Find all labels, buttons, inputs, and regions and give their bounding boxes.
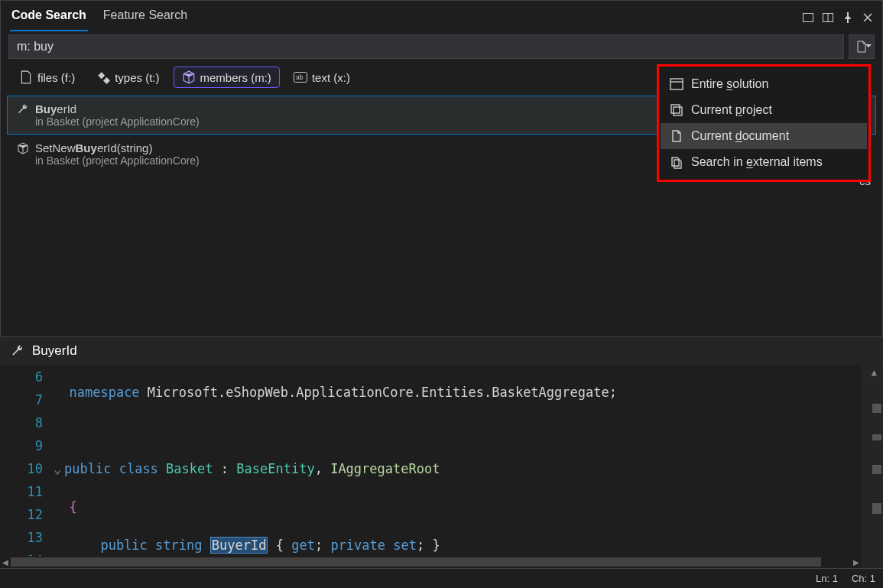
dock-split-icon[interactable] (820, 9, 836, 26)
scope-label: Current project (691, 103, 772, 117)
window-buttons (800, 9, 876, 26)
preview-title: BuyerId (32, 343, 77, 359)
svg-rect-8 (674, 107, 682, 115)
search-input[interactable] (8, 34, 844, 59)
wrench-icon (17, 103, 29, 115)
scroll-right-icon[interactable]: ▶ (851, 556, 862, 568)
filter-types[interactable]: types (t:) (89, 67, 167, 87)
scroll-left-icon[interactable]: ◀ (0, 556, 11, 568)
scope-current-project[interactable]: Current project (661, 97, 867, 123)
types-icon (96, 70, 110, 84)
pin-icon[interactable] (839, 9, 856, 26)
scope-current-document[interactable]: Current document (661, 123, 867, 149)
dock-as-tab-icon[interactable] (800, 9, 816, 26)
result-title-text: SetNewBuyerId(string) (35, 141, 152, 154)
document-icon (670, 129, 683, 143)
window-icon (670, 77, 683, 91)
search-row (1, 31, 882, 62)
tab-code-search[interactable]: Code Search (10, 4, 88, 31)
svg-text:ab: ab (296, 74, 304, 81)
minimap-marker (872, 503, 881, 514)
cube-icon (17, 142, 29, 154)
scrollbar-thumb[interactable] (11, 557, 821, 567)
horizontal-scrollbar[interactable]: ◀ ▶ (0, 556, 862, 568)
code-editor[interactable]: 6 7 8 9 10 11 12 13 14 namespace Microso… (0, 365, 883, 568)
preview-header: BuyerId (0, 336, 883, 365)
filter-members-label: members (m:) (200, 71, 271, 84)
wrench-icon (11, 344, 24, 358)
code-content: namespace Microsoft.eShopWeb.Application… (54, 365, 862, 568)
svg-rect-5 (670, 79, 683, 89)
result-title-text: BuyerId (35, 102, 76, 115)
scroll-up-icon[interactable]: ▲ (872, 367, 877, 378)
scope-dropdown-button[interactable] (849, 34, 875, 59)
scope-label: Entire solution (691, 77, 768, 91)
documents-icon (670, 155, 683, 169)
text-icon: ab (294, 70, 307, 84)
scope-label: Search in external items (691, 155, 823, 169)
minimap[interactable]: ▲ (862, 365, 883, 568)
filter-members[interactable]: members (m:) (174, 67, 280, 88)
status-bar: Ln: 1 Ch: 1 (0, 568, 883, 588)
filter-files[interactable]: files (f:) (11, 67, 83, 87)
line-gutter: 6 7 8 9 10 11 12 13 14 (0, 365, 54, 568)
cube-icon (182, 70, 196, 84)
file-icon (19, 70, 33, 84)
filter-text[interactable]: ab text (x:) (286, 67, 358, 87)
minimap-marker (872, 465, 881, 474)
tab-feature-search[interactable]: Feature Search (102, 4, 189, 31)
filter-files-label: files (f:) (37, 71, 75, 84)
titlebar: Code Search Feature Search (1, 1, 882, 31)
scope-external-items[interactable]: Search in external items (661, 149, 867, 175)
filter-types-label: types (t:) (115, 71, 159, 84)
main-tabs: Code Search Feature Search (7, 4, 189, 31)
minimap-marker (872, 434, 881, 440)
svg-rect-7 (671, 105, 680, 113)
close-icon[interactable] (859, 9, 876, 26)
scope-entire-solution[interactable]: Entire solution (661, 71, 867, 97)
svg-rect-0 (803, 14, 813, 22)
scope-label: Current document (691, 129, 789, 143)
status-column: Ch: 1 (852, 573, 875, 584)
status-line: Ln: 1 (816, 573, 838, 584)
stack-icon (670, 103, 683, 117)
chevron-down-icon (865, 44, 872, 47)
filter-text-label: text (x:) (312, 71, 350, 84)
minimap-marker (872, 404, 881, 413)
scope-menu: Entire solution Current project Current … (657, 64, 871, 182)
